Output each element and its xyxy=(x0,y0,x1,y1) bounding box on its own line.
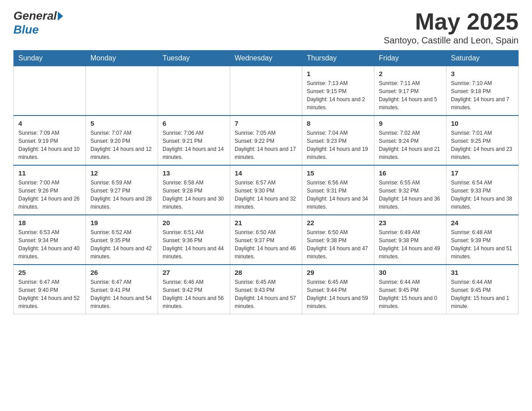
day-number: 24 xyxy=(451,219,514,227)
column-header-saturday: Saturday xyxy=(446,51,519,66)
calendar-cell: 23Sunrise: 6:49 AMSunset: 9:38 PMDayligh… xyxy=(374,215,446,265)
day-number: 19 xyxy=(90,219,153,227)
day-info: Sunrise: 6:44 AMSunset: 9:45 PMDaylight:… xyxy=(379,278,442,310)
day-info: Sunrise: 6:45 AMSunset: 9:44 PMDaylight:… xyxy=(307,278,369,310)
day-info: Sunrise: 7:13 AMSunset: 9:15 PMDaylight:… xyxy=(307,79,369,111)
day-info: Sunrise: 7:11 AMSunset: 9:17 PMDaylight:… xyxy=(379,79,442,111)
day-number: 15 xyxy=(307,169,369,177)
day-number: 29 xyxy=(307,269,369,276)
calendar-header-row: SundayMondayTuesdayWednesdayThursdayFrid… xyxy=(14,51,519,66)
day-info: Sunrise: 6:52 AMSunset: 9:35 PMDaylight:… xyxy=(90,228,153,261)
calendar-cell: 20Sunrise: 6:51 AMSunset: 9:36 PMDayligh… xyxy=(158,215,230,265)
day-info: Sunrise: 6:46 AMSunset: 9:42 PMDaylight:… xyxy=(163,278,225,310)
day-info: Sunrise: 6:59 AMSunset: 9:27 PMDaylight:… xyxy=(90,179,153,211)
day-info: Sunrise: 7:09 AMSunset: 9:19 PMDaylight:… xyxy=(18,129,81,161)
day-number: 1 xyxy=(307,70,369,77)
location-subtitle: Santoyo, Castille and Leon, Spain xyxy=(384,35,519,46)
day-number: 27 xyxy=(163,269,225,276)
day-info: Sunrise: 7:02 AMSunset: 9:24 PMDaylight:… xyxy=(379,129,442,161)
logo-general-text: General xyxy=(13,9,57,23)
column-header-wednesday: Wednesday xyxy=(230,51,302,66)
calendar-cell: 5Sunrise: 7:07 AMSunset: 9:20 PMDaylight… xyxy=(86,116,158,165)
logo: General Blue xyxy=(13,9,63,37)
calendar-cell: 16Sunrise: 6:55 AMSunset: 9:32 PMDayligh… xyxy=(374,165,446,215)
day-info: Sunrise: 7:07 AMSunset: 9:20 PMDaylight:… xyxy=(90,129,153,161)
day-number: 20 xyxy=(163,219,225,227)
column-header-monday: Monday xyxy=(86,51,158,66)
day-number: 22 xyxy=(307,219,369,227)
calendar-cell: 2Sunrise: 7:11 AMSunset: 9:17 PMDaylight… xyxy=(374,66,446,116)
calendar-cell: 31Sunrise: 6:44 AMSunset: 9:45 PMDayligh… xyxy=(446,265,519,314)
calendar-cell: 29Sunrise: 6:45 AMSunset: 9:44 PMDayligh… xyxy=(302,265,374,314)
calendar-cell: 11Sunrise: 7:00 AMSunset: 9:26 PMDayligh… xyxy=(14,165,86,215)
calendar-cell: 1Sunrise: 7:13 AMSunset: 9:15 PMDaylight… xyxy=(302,66,374,116)
calendar-cell: 8Sunrise: 7:04 AMSunset: 9:23 PMDaylight… xyxy=(302,116,374,165)
day-info: Sunrise: 6:55 AMSunset: 9:32 PMDaylight:… xyxy=(379,179,442,211)
calendar-cell: 22Sunrise: 6:50 AMSunset: 9:38 PMDayligh… xyxy=(302,215,374,265)
week-row-4: 18Sunrise: 6:53 AMSunset: 9:34 PMDayligh… xyxy=(14,215,519,265)
day-info: Sunrise: 6:50 AMSunset: 9:38 PMDaylight:… xyxy=(307,228,369,261)
calendar-cell: 28Sunrise: 6:45 AMSunset: 9:43 PMDayligh… xyxy=(230,265,302,314)
calendar-cell: 9Sunrise: 7:02 AMSunset: 9:24 PMDaylight… xyxy=(374,116,446,165)
day-info: Sunrise: 6:50 AMSunset: 9:37 PMDaylight:… xyxy=(235,228,297,261)
calendar-cell: 14Sunrise: 6:57 AMSunset: 9:30 PMDayligh… xyxy=(230,165,302,215)
column-header-thursday: Thursday xyxy=(302,51,374,66)
day-info: Sunrise: 6:49 AMSunset: 9:38 PMDaylight:… xyxy=(379,228,442,261)
page-header: General Blue May 2025 Santoyo, Castille … xyxy=(13,9,519,46)
calendar-cell: 7Sunrise: 7:05 AMSunset: 9:22 PMDaylight… xyxy=(230,116,302,165)
day-number: 3 xyxy=(451,70,514,77)
day-info: Sunrise: 7:05 AMSunset: 9:22 PMDaylight:… xyxy=(235,129,297,161)
day-number: 23 xyxy=(379,219,442,227)
day-info: Sunrise: 6:47 AMSunset: 9:40 PMDaylight:… xyxy=(18,278,81,310)
calendar-cell: 10Sunrise: 7:01 AMSunset: 9:25 PMDayligh… xyxy=(446,116,519,165)
day-info: Sunrise: 6:54 AMSunset: 9:33 PMDaylight:… xyxy=(451,179,514,211)
calendar-cell: 21Sunrise: 6:50 AMSunset: 9:37 PMDayligh… xyxy=(230,215,302,265)
calendar-cell: 25Sunrise: 6:47 AMSunset: 9:40 PMDayligh… xyxy=(14,265,86,314)
day-number: 16 xyxy=(379,169,442,177)
title-section: May 2025 Santoyo, Castille and Leon, Spa… xyxy=(384,9,519,46)
calendar-cell: 13Sunrise: 6:58 AMSunset: 9:28 PMDayligh… xyxy=(158,165,230,215)
day-number: 30 xyxy=(379,269,442,276)
calendar-cell: 17Sunrise: 6:54 AMSunset: 9:33 PMDayligh… xyxy=(446,165,519,215)
day-info: Sunrise: 6:51 AMSunset: 9:36 PMDaylight:… xyxy=(163,228,225,261)
logo-blue-text: Blue xyxy=(13,23,39,37)
calendar-cell: 18Sunrise: 6:53 AMSunset: 9:34 PMDayligh… xyxy=(14,215,86,265)
day-info: Sunrise: 7:00 AMSunset: 9:26 PMDaylight:… xyxy=(18,179,81,211)
day-number: 31 xyxy=(451,269,514,276)
week-row-1: 1Sunrise: 7:13 AMSunset: 9:15 PMDaylight… xyxy=(14,66,519,116)
column-header-friday: Friday xyxy=(374,51,446,66)
day-number: 9 xyxy=(379,120,442,127)
column-header-tuesday: Tuesday xyxy=(158,51,230,66)
day-info: Sunrise: 6:53 AMSunset: 9:34 PMDaylight:… xyxy=(18,228,81,261)
day-info: Sunrise: 6:57 AMSunset: 9:30 PMDaylight:… xyxy=(235,179,297,211)
day-info: Sunrise: 6:58 AMSunset: 9:28 PMDaylight:… xyxy=(163,179,225,211)
day-number: 25 xyxy=(18,269,81,276)
calendar-cell: 6Sunrise: 7:06 AMSunset: 9:21 PMDaylight… xyxy=(158,116,230,165)
day-number: 11 xyxy=(18,169,81,177)
day-number: 4 xyxy=(18,120,81,127)
week-row-2: 4Sunrise: 7:09 AMSunset: 9:19 PMDaylight… xyxy=(14,116,519,165)
calendar-cell: 30Sunrise: 6:44 AMSunset: 9:45 PMDayligh… xyxy=(374,265,446,314)
week-row-3: 11Sunrise: 7:00 AMSunset: 9:26 PMDayligh… xyxy=(14,165,519,215)
day-info: Sunrise: 7:01 AMSunset: 9:25 PMDaylight:… xyxy=(451,129,514,161)
calendar-cell: 12Sunrise: 6:59 AMSunset: 9:27 PMDayligh… xyxy=(86,165,158,215)
calendar-cell: 15Sunrise: 6:56 AMSunset: 9:31 PMDayligh… xyxy=(302,165,374,215)
week-row-5: 25Sunrise: 6:47 AMSunset: 9:40 PMDayligh… xyxy=(14,265,519,314)
day-number: 10 xyxy=(451,120,514,127)
calendar-table: SundayMondayTuesdayWednesdayThursdayFrid… xyxy=(13,50,519,314)
day-number: 21 xyxy=(235,219,297,227)
calendar-cell: 24Sunrise: 6:48 AMSunset: 9:39 PMDayligh… xyxy=(446,215,519,265)
calendar-cell: 3Sunrise: 7:10 AMSunset: 9:18 PMDaylight… xyxy=(446,66,519,116)
calendar-cell: 26Sunrise: 6:47 AMSunset: 9:41 PMDayligh… xyxy=(86,265,158,314)
day-info: Sunrise: 7:06 AMSunset: 9:21 PMDaylight:… xyxy=(163,129,225,161)
day-number: 12 xyxy=(90,169,153,177)
day-number: 13 xyxy=(163,169,225,177)
calendar-cell xyxy=(158,66,230,116)
day-number: 8 xyxy=(307,120,369,127)
day-number: 28 xyxy=(235,269,297,276)
day-info: Sunrise: 6:48 AMSunset: 9:39 PMDaylight:… xyxy=(451,228,514,261)
day-info: Sunrise: 7:04 AMSunset: 9:23 PMDaylight:… xyxy=(307,129,369,161)
calendar-cell: 19Sunrise: 6:52 AMSunset: 9:35 PMDayligh… xyxy=(86,215,158,265)
month-year-title: May 2025 xyxy=(384,9,519,34)
day-info: Sunrise: 6:45 AMSunset: 9:43 PMDaylight:… xyxy=(235,278,297,310)
